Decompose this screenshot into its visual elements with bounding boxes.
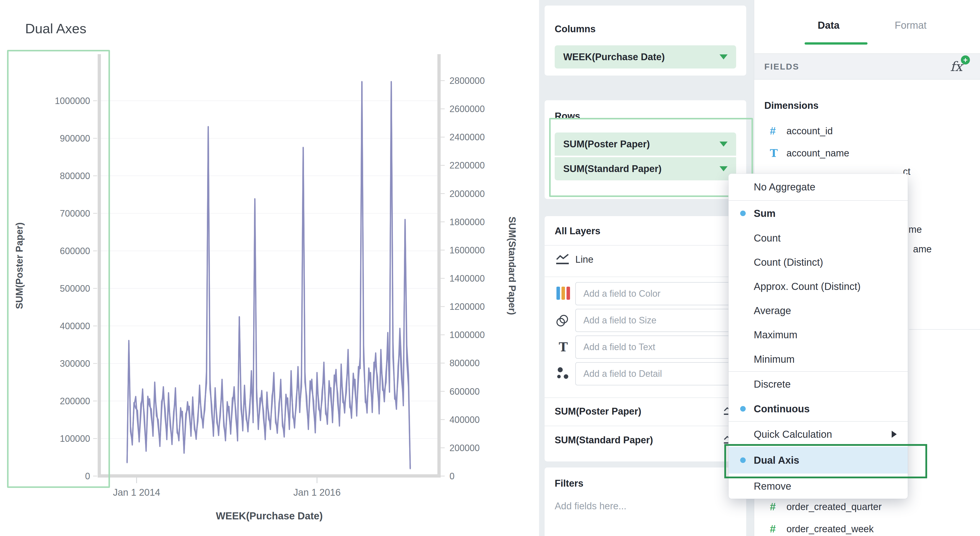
y-axis-tick-label: 400000 xyxy=(60,321,90,331)
line-chart-icon xyxy=(555,253,571,266)
drop-zone-text: TAdd a field to Text xyxy=(545,335,746,360)
measure-row-1[interactable]: SUM(Poster Paper) xyxy=(545,400,746,422)
pill-label: SUM(Poster Paper) xyxy=(563,139,650,150)
field-account_id[interactable]: #account_id xyxy=(754,120,980,142)
submenu-arrow-icon xyxy=(892,431,897,438)
menu-item-minimum[interactable]: Minimum xyxy=(729,347,908,371)
y2-axis-tick xyxy=(441,137,445,137)
filters-placeholder[interactable]: Add fields here... xyxy=(555,501,627,512)
drop-zone-size: Add a field to Size xyxy=(545,308,746,333)
drop-zone-input[interactable]: Add a field to Color xyxy=(575,282,736,305)
y2-axis-tick xyxy=(441,306,445,307)
color-icon xyxy=(555,287,571,301)
field-account_name[interactable]: Taccount_name xyxy=(754,142,980,164)
y2-axis-tick-label: 1400000 xyxy=(449,273,485,284)
drop-zone-input[interactable]: Add a field to Detail xyxy=(575,362,736,385)
obscured-field-fragment: me xyxy=(908,224,922,235)
y2-axis-tick xyxy=(441,193,445,194)
y-axis-tick-label: 700000 xyxy=(60,208,90,219)
y-axis-tick xyxy=(93,138,97,139)
field-order_created_quarter[interactable]: #order_created_quarter xyxy=(754,496,980,518)
selected-dot-icon xyxy=(740,211,746,216)
drop-zone-input[interactable]: Add a field to Size xyxy=(575,309,736,332)
menu-item-no-aggregate[interactable]: No Aggregate xyxy=(729,174,908,200)
y2-axis-tick-label: 1200000 xyxy=(449,302,485,312)
detail-icon xyxy=(555,367,571,381)
measure-label: SUM(Poster Paper) xyxy=(555,406,641,417)
y-axis-tick-label: 200000 xyxy=(60,396,90,406)
drop-zone-detail: Add a field to Detail xyxy=(545,361,746,386)
all-layers-card: All Layers Line Add a field to ColorAdd … xyxy=(545,216,746,461)
right-axis-bar xyxy=(438,54,441,477)
y2-axis-tick-label: 2200000 xyxy=(449,160,485,171)
left-axis-bar xyxy=(98,54,101,477)
menu-item-count-distinct-[interactable]: Count (Distinct) xyxy=(729,250,908,274)
y-axis-tick xyxy=(93,363,97,364)
x-axis-title: WEEK(Purchase Date) xyxy=(216,510,323,522)
plus-icon: + xyxy=(961,56,970,64)
y2-axis-tick-label: 200000 xyxy=(449,443,480,453)
chevron-down-icon[interactable] xyxy=(719,142,727,147)
selected-dot-icon xyxy=(740,406,746,412)
tab-data[interactable]: Data xyxy=(818,20,840,31)
menu-item-dual-axis[interactable]: Dual Axis xyxy=(729,447,908,474)
tab-format[interactable]: Format xyxy=(895,20,927,31)
selected-dot-icon xyxy=(740,458,746,463)
y2-axis-tick xyxy=(441,447,445,448)
size-icon xyxy=(555,314,571,327)
shelf-panel: Columns WEEK(Purchase Date) Rows SUM(Pos… xyxy=(539,0,754,536)
text-icon: T xyxy=(555,340,571,354)
menu-item-continuous[interactable]: Continuous xyxy=(729,396,908,421)
menu-item-discrete[interactable]: Discrete xyxy=(729,372,908,396)
y-axis-tick xyxy=(93,175,97,176)
y-axis-tick xyxy=(93,213,97,214)
menu-item-approx-count-distinct-[interactable]: Approx. Count (Distinct) xyxy=(729,274,908,298)
chevron-down-icon[interactable] xyxy=(719,54,727,59)
menu-item-sum[interactable]: Sum xyxy=(729,201,908,226)
rows-pill-sum-standard-paper-[interactable]: SUM(Standard Paper) xyxy=(555,157,736,180)
menu-item-remove[interactable]: Remove xyxy=(729,474,908,499)
measure-row-2[interactable]: SUM(Standard Paper) xyxy=(545,429,746,451)
y2-axis-tick-label: 600000 xyxy=(449,386,480,397)
filters-shelf: Filters Add fields here... xyxy=(545,467,746,536)
menu-item-maximum[interactable]: Maximum xyxy=(729,323,908,347)
menu-item-count[interactable]: Count xyxy=(729,226,908,250)
columns-pill-week-purchase-date[interactable]: WEEK(Purchase Date) xyxy=(555,45,736,69)
field-label: order_created_quarter xyxy=(786,501,881,512)
right-axis-title: SUM(Standard Paper) xyxy=(507,217,517,315)
y2-axis-tick xyxy=(441,108,445,109)
y-axis-tick-label: 0 xyxy=(85,471,90,481)
y2-axis-tick xyxy=(441,335,445,335)
x-axis-tick xyxy=(136,477,137,483)
chevron-down-icon[interactable] xyxy=(719,166,727,171)
add-calculated-field-button[interactable]: fx + xyxy=(950,59,963,74)
menu-item-average[interactable]: Average xyxy=(729,298,908,323)
y2-axis-tick xyxy=(441,80,445,81)
fields-header: FIELDS xyxy=(764,62,799,72)
y-axis-tick xyxy=(93,438,97,439)
mark-type-row[interactable]: Line xyxy=(545,247,746,272)
y2-axis-tick xyxy=(441,419,445,420)
text-icon: T xyxy=(770,147,778,160)
menu-item-quick-calculation[interactable]: Quick Calculation xyxy=(729,422,908,447)
drop-zone-input[interactable]: Add a field to Text xyxy=(575,335,736,359)
y2-axis-tick-label: 2800000 xyxy=(449,75,485,86)
aggregate-context-menu: No AggregateSumCountCount (Distinct)Appr… xyxy=(729,174,908,499)
y-axis-tick-label: 600000 xyxy=(60,246,90,256)
rows-shelf: Rows SUM(Poster Paper)SUM(Standard Paper… xyxy=(545,100,746,199)
dimensions-title: Dimensions xyxy=(764,100,818,111)
app-root: Dual Axes 010000020000030000040000050000… xyxy=(0,0,980,536)
y-axis-tick xyxy=(93,250,97,251)
obscured-field-fragment: ame xyxy=(913,244,932,255)
y2-axis-tick-label: 400000 xyxy=(449,415,480,425)
y-axis-tick-label: 500000 xyxy=(60,283,90,294)
panel-section-divider xyxy=(909,329,980,330)
y2-axis-tick-label: 2600000 xyxy=(449,104,485,114)
mark-type-label: Line xyxy=(575,254,593,265)
y2-axis-tick-label: 2000000 xyxy=(449,189,485,199)
y2-axis-tick-label: 1000000 xyxy=(449,330,485,340)
rows-pill-sum-poster-paper-[interactable]: SUM(Poster Paper) xyxy=(555,132,736,156)
field-order_created_week[interactable]: #order_created_week xyxy=(754,518,980,536)
rows-pill-stack: SUM(Poster Paper)SUM(Standard Paper) xyxy=(555,132,736,180)
field-label: account_id xyxy=(786,126,833,137)
